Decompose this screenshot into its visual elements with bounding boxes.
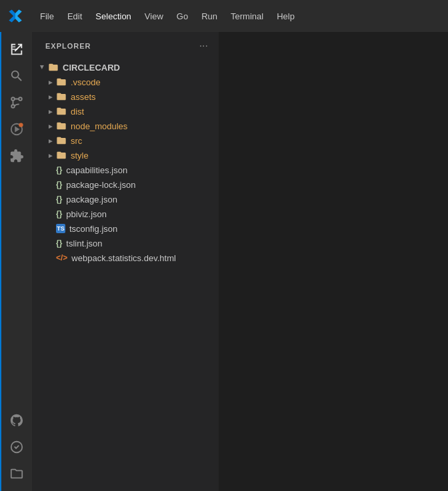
activity-folder[interactable]: [5, 462, 29, 486]
json-file-icon: {}: [56, 209, 62, 219]
files-icon: [9, 42, 24, 57]
svg-point-4: [19, 97, 22, 101]
tree-item-dist[interactable]: ► dist: [32, 104, 219, 119]
tree-item-tslint-json[interactable]: ► {} tslint.json: [32, 236, 219, 250]
tree-item-package-lock-json[interactable]: ► {} package-lock.json: [32, 177, 219, 192]
activity-explorer[interactable]: [5, 37, 29, 61]
chevron-right-icon: ►: [45, 150, 56, 161]
sidebar-header: EXPLORER ···: [32, 32, 219, 60]
file-tree: ► CIRCLECARD ► .vscode ► asse: [32, 60, 219, 491]
svg-rect-1: [13, 49, 17, 50]
activity-github[interactable]: [5, 408, 29, 432]
tree-label: tsconfig.json: [69, 224, 117, 234]
folder-icon: [56, 106, 67, 117]
menu-run[interactable]: Run: [196, 9, 223, 24]
menu-terminal[interactable]: Terminal: [225, 9, 269, 24]
menu-bar: File Edit Selection View Go Run Terminal…: [35, 9, 300, 24]
sidebar-more-button[interactable]: ···: [197, 39, 211, 53]
tree-label: tslint.json: [66, 239, 102, 248]
json-file-icon: {}: [56, 180, 62, 189]
folder-icon: [56, 135, 67, 146]
tree-item-pbiviz-json[interactable]: ► {} pbiviz.json: [32, 207, 219, 221]
tree-item-tsconfig-json[interactable]: ► TS tsconfig.json: [32, 221, 219, 236]
tree-item-vscode[interactable]: ► .vscode: [32, 75, 219, 89]
root-folder-icon: [48, 62, 59, 73]
menu-file[interactable]: File: [35, 9, 59, 24]
tree-label: assets: [71, 92, 96, 102]
tree-item-webpack-html[interactable]: ► </> webpack.statistics.dev.html: [32, 250, 219, 265]
tree-label: src: [71, 136, 82, 146]
menu-go[interactable]: Go: [171, 9, 193, 24]
svg-point-3: [11, 97, 15, 101]
menu-help[interactable]: Help: [271, 9, 300, 24]
activity-extensions[interactable]: [5, 144, 29, 168]
tree-item-package-json[interactable]: ► {} package.json: [32, 192, 219, 207]
chevron-right-icon: ►: [45, 106, 56, 117]
html-file-icon: </>: [56, 253, 67, 262]
tree-label: capabilities.json: [66, 165, 127, 175]
tree-label: .vscode: [71, 77, 101, 87]
tree-label: node_modules: [71, 121, 127, 131]
chevron-right-icon: ►: [45, 91, 56, 102]
folder-icon: [56, 121, 67, 131]
editor-area: [219, 32, 448, 491]
chevron-right-icon: ►: [45, 135, 56, 146]
tree-root-circlecard[interactable]: ► CIRCLECARD: [32, 60, 219, 75]
svg-rect-0: [13, 46, 16, 47]
root-label: CIRCLECARD: [63, 63, 120, 73]
extensions-icon: [9, 149, 24, 163]
json-file-icon: {}: [56, 165, 62, 175]
tree-item-style[interactable]: ► style: [32, 148, 219, 163]
tree-label: webpack.statistics.dev.html: [71, 253, 176, 263]
activity-todo[interactable]: [5, 435, 29, 459]
tree-label: dist: [71, 107, 84, 117]
folder-icon: [56, 91, 67, 102]
sidebar-title: EXPLORER: [45, 42, 91, 50]
svg-point-2: [11, 105, 15, 108]
json-file-icon: {}: [56, 239, 62, 248]
tree-label: package-lock.json: [66, 180, 135, 190]
sidebar-explorer: EXPLORER ··· ► CIRCLECARD ► .vscode: [32, 32, 219, 491]
tree-label: pbiviz.json: [66, 209, 107, 219]
chevron-down-icon: ►: [37, 62, 48, 73]
menu-view[interactable]: View: [139, 9, 169, 24]
activity-bar: [0, 32, 32, 491]
todo-icon: [9, 440, 24, 454]
folder-icon: [56, 150, 67, 161]
open-folder-icon: [9, 466, 24, 481]
tree-label: style: [71, 151, 89, 161]
tree-item-capabilities-json[interactable]: ► {} capabilities.json: [32, 163, 219, 177]
titlebar: File Edit Selection View Go Run Terminal…: [0, 0, 448, 32]
menu-selection[interactable]: Selection: [90, 9, 136, 24]
ts-file-icon: TS: [56, 224, 65, 233]
search-icon: [9, 69, 24, 83]
folder-icon: [56, 77, 67, 87]
activity-source-control[interactable]: [5, 91, 29, 115]
main-layout: EXPLORER ··· ► CIRCLECARD ► .vscode: [0, 32, 448, 491]
tree-item-assets[interactable]: ► assets: [32, 89, 219, 104]
source-control-icon: [9, 95, 24, 110]
tree-item-node-modules[interactable]: ► node_modules: [32, 119, 219, 133]
tree-item-src[interactable]: ► src: [32, 133, 219, 148]
chevron-right-icon: ►: [45, 77, 56, 87]
github-icon: [9, 413, 24, 428]
run-debug-icon: [9, 122, 24, 137]
vscode-logo-icon: [8, 9, 23, 23]
tree-label: package.json: [66, 195, 117, 205]
json-file-icon: {}: [56, 195, 62, 204]
activity-search[interactable]: [5, 64, 29, 88]
menu-edit[interactable]: Edit: [62, 9, 87, 24]
chevron-right-icon: ►: [45, 121, 56, 131]
activity-run-debug[interactable]: [5, 117, 29, 141]
